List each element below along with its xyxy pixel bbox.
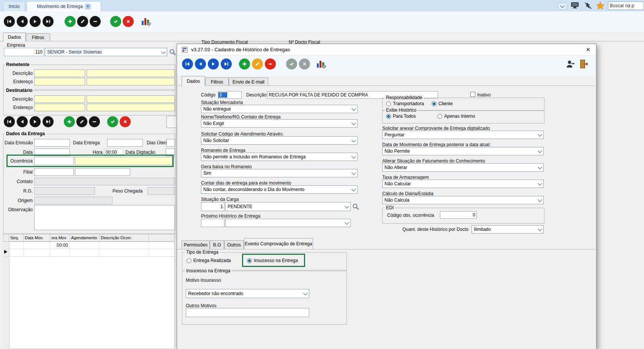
- destinatario-descricao-code-field[interactable]: [34, 95, 85, 103]
- entrega-delete-button[interactable]: [89, 116, 100, 127]
- entrega-nav-last-button[interactable]: [43, 116, 54, 127]
- grid-col-agendamento[interactable]: Agendamento: [70, 234, 100, 242]
- dlg-confirm-button[interactable]: [286, 58, 297, 69]
- entrega-nav-first-button[interactable]: [4, 116, 15, 127]
- cod-atendimento-dropdown[interactable]: Não Solicitar: [201, 136, 358, 145]
- filial-desc-field[interactable]: [75, 168, 130, 176]
- empresa-dropdown[interactable]: SENIOR - Senior Sistemas: [45, 48, 167, 56]
- nav-first-button[interactable]: [4, 16, 15, 27]
- confirm-button[interactable]: [110, 16, 121, 27]
- partial-button[interactable]: [166, 116, 177, 128]
- dialog-close-button[interactable]: ✕: [583, 46, 593, 54]
- dlg-tab-filtros[interactable]: Filtros: [205, 77, 229, 86]
- dlg-nav-next-button[interactable]: [208, 58, 219, 69]
- dlg-tab-dados[interactable]: Dados: [182, 76, 205, 86]
- comprovante-dropdown[interactable]: Perguntar: [382, 131, 544, 139]
- radio-cliente[interactable]: Cliente: [432, 101, 453, 106]
- add-button[interactable]: [65, 16, 76, 27]
- situacao-carga-combo[interactable]: PENDENTE: [225, 202, 351, 211]
- grid-col-datamov[interactable]: Data Mov.: [23, 234, 50, 242]
- destinatario-descricao-field[interactable]: [87, 95, 175, 103]
- dlg-tab-bo[interactable]: B.O: [210, 240, 224, 249]
- dlg-cancel-button[interactable]: [299, 58, 310, 69]
- search-input[interactable]: [608, 2, 644, 10]
- quant-historico-dropdown[interactable]: Ilimitado: [472, 225, 544, 234]
- user-permissions-icon[interactable]: [566, 60, 575, 69]
- chart-settings-icon[interactable]: [316, 58, 326, 69]
- tabbar-menu-button[interactable]: [558, 3, 567, 10]
- dlg-nav-first-button[interactable]: [182, 58, 193, 69]
- tab-inicio[interactable]: Início: [3, 1, 25, 11]
- entrega-add-button[interactable]: [64, 116, 75, 127]
- entrega-nav-next-button[interactable]: [30, 116, 41, 127]
- entrega-nav-prev-button[interactable]: [17, 116, 28, 127]
- chart-settings-icon[interactable]: [141, 16, 151, 27]
- outros-motivos-field[interactable]: [186, 308, 309, 317]
- taxa-armazenagem-dropdown[interactable]: Não Calcular: [382, 180, 544, 188]
- hora-field[interactable]: 00:00: [104, 148, 123, 156]
- nav-next-button[interactable]: [30, 16, 41, 27]
- nav-last-button[interactable]: [43, 16, 54, 27]
- proximo-historico-code-field[interactable]: [201, 219, 225, 227]
- tab-movimento-entrega[interactable]: Movimento de Entrega ✕: [27, 1, 101, 11]
- monitor-icon[interactable]: [571, 2, 579, 9]
- codigo-field[interactable]: 3: [218, 91, 242, 99]
- ocorrencia-desc-field[interactable]: [75, 157, 172, 165]
- main-tab-dados[interactable]: Dados: [3, 33, 26, 41]
- gera-baixa-dropdown[interactable]: Sim: [201, 169, 358, 177]
- dlg-nav-prev-button[interactable]: [195, 58, 206, 69]
- destinatario-endereco-field[interactable]: [87, 104, 175, 111]
- grid-row1-hora[interactable]: 00:00: [50, 243, 68, 248]
- data-emissao-field[interactable]: [34, 139, 70, 147]
- remetente-endereco-code-field[interactable]: [34, 78, 85, 85]
- dlg-edit-button[interactable]: [252, 58, 263, 69]
- situacao-carga-search-icon[interactable]: [352, 203, 359, 210]
- data-field[interactable]: [34, 148, 70, 156]
- dlg-tab-outros[interactable]: Outros: [224, 240, 244, 249]
- exit-door-icon[interactable]: [580, 59, 588, 69]
- entrega-edit-button[interactable]: [76, 116, 87, 127]
- radio-para-todos[interactable]: Para Todos: [386, 114, 416, 119]
- contar-dias-dropdown[interactable]: Não contar, desconsiderando o Dia do Mov…: [201, 185, 358, 194]
- remetente-endereco-field[interactable]: [87, 78, 175, 85]
- situacao-carga-code-field[interactable]: 1: [201, 202, 225, 211]
- data-entrega-field[interactable]: [107, 139, 143, 147]
- grid-col-descricao[interactable]: Descrição Ocorr.: [99, 234, 149, 242]
- edi-codigo-field[interactable]: 0: [440, 211, 477, 219]
- observacao-field[interactable]: [34, 205, 175, 230]
- delete-button[interactable]: [90, 16, 101, 27]
- empresa-code-field[interactable]: 110: [4, 48, 44, 56]
- dlg-nav-last-button[interactable]: [221, 58, 232, 69]
- motivo-insucesso-dropdown[interactable]: Recebedor não encontrado: [186, 289, 309, 298]
- data-digitacao-field[interactable]: [166, 148, 175, 156]
- dialog-title-bar[interactable]: v3.27.03 - Cadastro de Histórico de Entr…: [177, 44, 595, 55]
- disable-cursor-icon[interactable]: [584, 2, 592, 10]
- entrega-confirm-button[interactable]: [107, 116, 118, 127]
- romaneio-dropdown[interactable]: Não permitir a Inclusão em Romaneios de …: [201, 153, 358, 161]
- radio-apenas-interno[interactable]: Apenas Interno: [437, 114, 475, 119]
- dlg-tab-email[interactable]: Envio de E-mail: [229, 77, 268, 86]
- dlg-add-button[interactable]: [239, 58, 250, 69]
- alterar-situacao-dropdown[interactable]: Não Alterar: [382, 163, 544, 172]
- dlg-tab-permissoes[interactable]: Permissões: [182, 240, 210, 249]
- grid-col-horamov[interactable]: ora Mov: [50, 234, 70, 242]
- favorite-star-icon[interactable]: [596, 1, 605, 10]
- dlg-delete-button[interactable]: [265, 58, 276, 69]
- proximo-historico-dropdown[interactable]: [225, 219, 351, 227]
- grid-col-seq[interactable]: Seq.: [9, 234, 24, 242]
- cancel-button[interactable]: [123, 16, 134, 27]
- situacao-mercadoria-dropdown[interactable]: Não entregue: [201, 105, 358, 113]
- empresa-search-icon[interactable]: [169, 49, 176, 55]
- tab-close-icon[interactable]: ✕: [85, 4, 91, 9]
- remetente-descricao-field[interactable]: [87, 69, 175, 77]
- entrega-cancel-button[interactable]: [120, 116, 131, 127]
- radio-insucesso-entrega[interactable]: Insucesso na Entrega: [247, 258, 298, 263]
- radio-entrega-realizada[interactable]: Entrega Realizada: [187, 258, 231, 263]
- inativo-checkbox[interactable]: [470, 92, 475, 97]
- data-posterior-dropdown[interactable]: Não Permite: [382, 147, 544, 155]
- calculo-diaria-dropdown[interactable]: Não Calcula: [382, 196, 544, 204]
- ocorrencia-code-field[interactable]: [34, 157, 74, 165]
- contato-entrega-dropdown[interactable]: Não Exigir: [201, 119, 358, 128]
- dlg-tab-evento[interactable]: Evento Comprovação de Entrega: [244, 238, 313, 249]
- nav-prev-button[interactable]: [17, 16, 28, 27]
